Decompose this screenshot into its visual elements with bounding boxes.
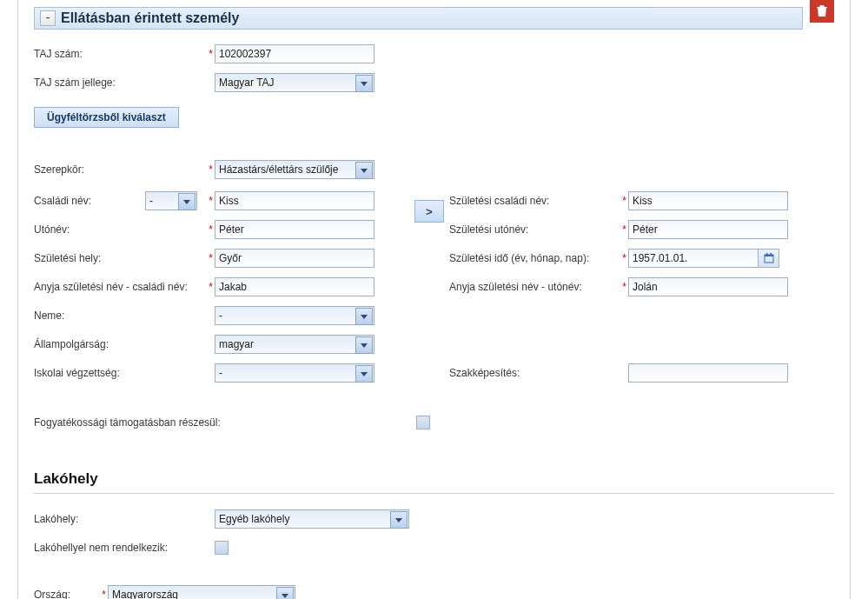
calendar-button[interactable] [759,249,779,268]
lakohellyel-nem-label: Lakóhellyel nem rendelkezik: [34,542,206,554]
svg-rect-1 [765,255,773,256]
transfer-button[interactable]: > [414,200,444,223]
lakohellyel-nem-checkbox[interactable] [215,541,229,555]
szul-ido-input[interactable] [628,249,759,268]
szul-ido-label: Születési idő (év, hónap, nap): [449,252,620,264]
iskolai-select[interactable] [215,363,374,383]
calendar-icon [764,253,774,263]
nev-prefix-select[interactable] [145,191,197,210]
szakkepesites-input[interactable] [628,363,788,383]
szul-csaladi-nev-label: Születési családi név: [449,195,620,207]
utonev-input[interactable] [215,220,374,239]
lakohely-select[interactable] [215,509,409,529]
taj-jellege-label: TAJ szám jellege: [34,77,206,89]
anyja-utonev-label: Anyja születési név - utónév: [449,281,620,293]
szul-utonev-label: Születési utónév: [449,223,620,236]
ugyfeltorzsbol-button[interactable]: Ügyféltörzsből kiválaszt [34,107,179,128]
required-marker: * [206,163,213,176]
szerepkor-label: Szerepkör: [34,163,206,176]
required-marker: * [620,223,626,236]
required-marker: * [620,252,626,264]
svg-rect-3 [770,253,772,256]
required-marker: * [206,252,213,264]
szul-utonev-input[interactable] [628,220,788,239]
required-marker: * [206,48,213,60]
orszag-select[interactable] [108,585,295,599]
fogyatekossagi-checkbox[interactable] [416,416,430,429]
taj-szam-input[interactable] [215,44,374,63]
orszag-label: Ország: [34,589,99,599]
anyja-utonev-input[interactable] [628,277,788,296]
svg-rect-2 [766,253,768,256]
allampolgarsag-select[interactable] [215,335,374,354]
neme-select[interactable] [215,306,374,325]
required-marker: * [620,281,626,293]
taj-jellege-select[interactable] [215,73,374,92]
anyja-csaladi-input[interactable] [215,277,374,296]
fogyatekossagi-label: Fogyatékossági támogatásban részesül: [34,416,416,429]
utonev-label: Utónév: [34,223,206,236]
allampolgarsag-label: Állampolgárság: [34,338,206,350]
required-marker: * [206,195,213,207]
iskolai-label: Iskolai végzettség: [34,367,206,379]
lakohely-label: Lakóhely: [34,513,206,525]
szakkepesites-label: Szakképesítés: [449,367,620,379]
required-marker: * [99,589,106,599]
trash-icon [817,5,827,17]
delete-button[interactable] [810,0,834,23]
csaladi-nev-input[interactable] [215,191,374,210]
taj-szam-label: TAJ szám: [34,48,206,60]
divider [34,493,834,494]
required-marker: * [620,195,626,207]
collapse-button[interactable]: - [40,10,56,26]
lakohely-heading: Lakóhely [34,470,834,488]
required-marker: * [206,281,213,293]
szul-hely-label: Születési hely: [34,252,206,264]
szul-csaladi-nev-input[interactable] [628,191,788,210]
section-header: - Ellátásban érintett személy [34,7,803,30]
szerepkor-select[interactable] [215,160,374,179]
neme-label: Neme: [34,309,206,322]
section-title: Ellátásban érintett személy [61,10,239,26]
szul-hely-input[interactable] [215,249,374,268]
csaladi-nev-label: Családi név: [34,195,145,207]
required-marker: * [206,223,213,236]
anyja-csaladi-label: Anyja születési név - családi név: [34,281,206,293]
